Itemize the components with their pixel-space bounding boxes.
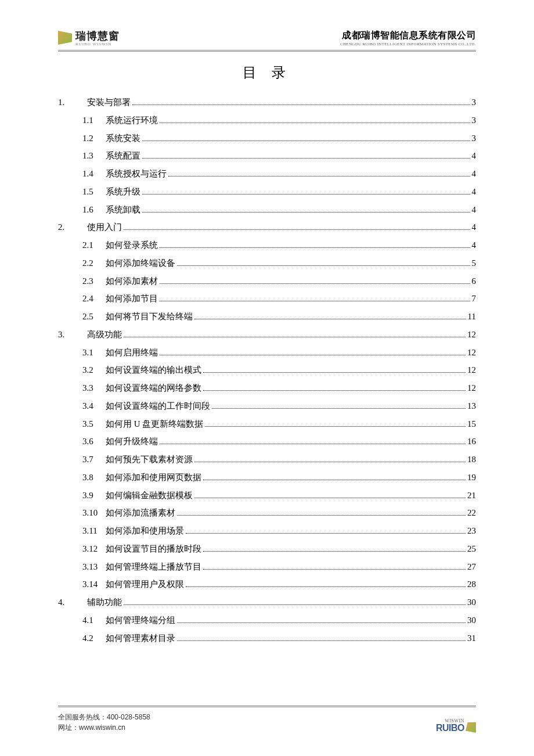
- toc-number: 4.1: [82, 611, 106, 629]
- toc-text: 如何管理素材目录: [106, 629, 175, 647]
- toc-leader-dots: [168, 176, 470, 177]
- toc-text: 如何将节目下发给终端: [106, 308, 193, 326]
- toc-entry[interactable]: 3.6如何升级终端16: [58, 433, 476, 451]
- toc-page-number: 12: [467, 326, 476, 344]
- toc-leader-dots: [142, 141, 470, 141]
- toc-entry[interactable]: 1.4系统授权与运行4: [58, 165, 476, 183]
- toc-page-number: 4: [472, 147, 477, 165]
- toc-number: 3.5: [82, 415, 106, 433]
- toc-page-number: 22: [467, 504, 476, 522]
- toc-entry[interactable]: 3.1如何启用终端12: [58, 344, 476, 362]
- toc-text: 如何设置节目的播放时段: [106, 540, 201, 558]
- toc-page-number: 15: [467, 415, 476, 433]
- toc-entry[interactable]: 3.4如何设置终端的工作时间段13: [58, 397, 476, 415]
- toc-number: 1.1: [82, 111, 106, 129]
- toc-text: 如何预先下载素材资源: [106, 451, 193, 469]
- toc-entry[interactable]: 4.2如何管理素材目录31: [58, 629, 476, 647]
- toc-entry[interactable]: 2.1如何登录系统4: [58, 236, 476, 254]
- toc-leader-dots: [124, 229, 470, 230]
- toc-number: 3.12: [82, 540, 106, 558]
- toc-entry[interactable]: 4.辅助功能30: [58, 593, 476, 611]
- toc-entry[interactable]: 1.2系统安装3: [58, 129, 476, 147]
- toc-text: 如何登录系统: [106, 236, 158, 254]
- logo-left: 瑞博慧窗 RUIBO WISWIN: [58, 29, 120, 46]
- toc-leader-dots: [160, 123, 470, 123]
- toc-number: 3.6: [82, 433, 106, 451]
- toc-entry[interactable]: 3.7如何预先下载素材资源18: [58, 451, 476, 469]
- toc-entry[interactable]: 3.14如何管理用户及权限28: [58, 575, 476, 593]
- company-name-cn: 成都瑞博智能信息系统有限公司: [340, 30, 476, 42]
- toc-page-number: 12: [467, 344, 476, 362]
- toc-entry[interactable]: 3.3如何设置终端的网络参数12: [58, 379, 476, 397]
- toc-number: 2.1: [82, 236, 106, 254]
- toc-text: 如何添加终端设备: [106, 254, 175, 272]
- toc-page-number: 12: [467, 379, 476, 397]
- toc-entry[interactable]: 2.使用入门4: [58, 218, 476, 236]
- toc-leader-dots: [177, 640, 466, 641]
- toc-text: 如何设置终端的网络参数: [106, 379, 201, 397]
- toc-number: 3.13: [82, 558, 106, 576]
- toc-entry[interactable]: 1.5系统升级4: [58, 183, 476, 201]
- toc-entry[interactable]: 1.6系统卸载4: [58, 201, 476, 219]
- toc-entry[interactable]: 1.1系统运行环境3: [58, 111, 476, 129]
- toc-number: 3.2: [82, 361, 106, 379]
- toc-number: 3.3: [82, 379, 106, 397]
- toc-page-number: 19: [467, 469, 476, 487]
- toc-entry[interactable]: 2.5如何将节目下发给终端11: [58, 308, 476, 326]
- toc-leader-dots: [177, 622, 466, 623]
- toc-entry[interactable]: 3.8如何添加和使用网页数据19: [58, 469, 476, 487]
- toc-entry[interactable]: 3.12如何设置节目的播放时段25: [58, 540, 476, 558]
- logo-text-cn: 瑞博慧窗: [75, 29, 120, 43]
- toc-text: 如何编辑金融数据模板: [106, 487, 193, 505]
- toc-number: 1.3: [82, 147, 106, 165]
- toc-leader-dots: [160, 355, 466, 355]
- toc-text: 如何启用终端: [106, 344, 158, 362]
- toc-entry[interactable]: 3.高级功能12: [58, 326, 476, 344]
- toc-entry[interactable]: 3.11如何添加和使用场景23: [58, 522, 476, 540]
- toc-text: 如何设置终端的输出模式: [106, 361, 201, 379]
- toc-entry[interactable]: 1.安装与部署3: [58, 93, 476, 111]
- toc-leader-dots: [177, 265, 470, 266]
- toc-text: 系统运行环境: [106, 111, 158, 129]
- toc-page-number: 6: [472, 272, 477, 290]
- logo-mark-icon: [58, 31, 72, 45]
- toc-entry[interactable]: 4.1如何管理终端分组30: [58, 611, 476, 629]
- toc-number: 2.2: [82, 254, 106, 272]
- toc-leader-dots: [142, 194, 470, 195]
- toc-entry[interactable]: 3.5如何用 U 盘更新终端数据15: [58, 415, 476, 433]
- toc-entry[interactable]: 1.3系统配置4: [58, 147, 476, 165]
- toc-text: 辅助功能: [87, 593, 122, 611]
- toc-entry[interactable]: 3.10如何添加流播素材22: [58, 504, 476, 522]
- toc-page-number: 31: [467, 629, 476, 647]
- footer-divider: [58, 705, 476, 707]
- website-url: www.wiswin.cn: [79, 723, 125, 732]
- toc-leader-dots: [203, 480, 466, 480]
- toc-leader-dots: [203, 551, 466, 552]
- toc-text: 使用入门: [87, 218, 122, 236]
- footer-contact: 全国服务热线：400-028-5858 网址：www.wiswin.cn: [58, 712, 150, 733]
- toc-entry[interactable]: 3.9如何编辑金融数据模板21: [58, 487, 476, 505]
- toc-page-number: 28: [467, 575, 476, 593]
- toc-number: 2.: [58, 218, 77, 236]
- toc-text: 如何添加素材: [106, 272, 158, 290]
- toc-number: 3.7: [82, 451, 106, 469]
- toc-leader-dots: [160, 247, 470, 248]
- toc-entry[interactable]: 2.2如何添加终端设备5: [58, 254, 476, 272]
- toc-page-number: 25: [467, 540, 476, 558]
- toc-page-number: 11: [468, 308, 476, 326]
- toc-page-number: 12: [467, 361, 476, 379]
- toc-entry[interactable]: 2.3如何添加素材6: [58, 272, 476, 290]
- toc-page-number: 13: [467, 397, 476, 415]
- page-header: 瑞博慧窗 RUIBO WISWIN 成都瑞博智能信息系统有限公司 CHENGDU…: [58, 29, 476, 52]
- toc-entry[interactable]: 2.4如何添加节目7: [58, 290, 476, 308]
- toc-number: 2.5: [82, 308, 106, 326]
- footer-logo: WISWIN RUIBO: [436, 719, 476, 733]
- toc-number: 3.4: [82, 397, 106, 415]
- toc-number: 2.4: [82, 290, 106, 308]
- toc-text: 如何用 U 盘更新终端数据: [106, 415, 203, 433]
- toc-entry[interactable]: 3.13如何管理终端上播放节目27: [58, 558, 476, 576]
- toc-entry[interactable]: 3.2如何设置终端的输出模式12: [58, 361, 476, 379]
- toc-text: 系统配置: [106, 147, 140, 165]
- toc-leader-dots: [194, 498, 466, 498]
- toc-page-number: 30: [467, 593, 476, 611]
